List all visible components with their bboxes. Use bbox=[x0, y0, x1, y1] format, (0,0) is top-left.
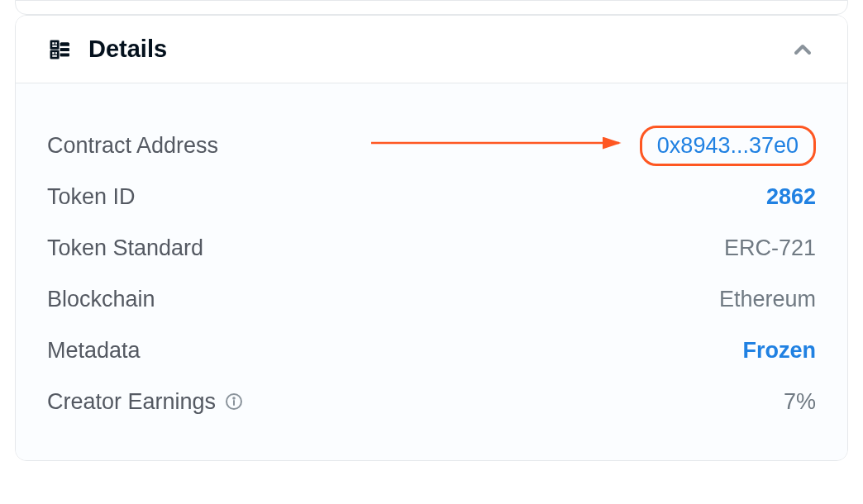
highlight-contract-address: 0x8943...37e0 bbox=[640, 126, 816, 166]
partial-card-above bbox=[15, 0, 848, 15]
details-icon bbox=[47, 37, 72, 62]
header-left: Details bbox=[47, 36, 167, 63]
details-card: Details Contract Address 0x bbox=[15, 15, 848, 461]
row-creator-earnings: Creator Earnings 7% bbox=[47, 376, 816, 427]
details-header[interactable]: Details bbox=[16, 16, 847, 83]
label-creator-earnings-text: Creator Earnings bbox=[47, 389, 216, 415]
details-title: Details bbox=[88, 36, 167, 63]
svg-rect-2 bbox=[50, 40, 60, 49]
info-icon[interactable] bbox=[224, 392, 244, 411]
value-contract-address[interactable]: 0x8943...37e0 bbox=[657, 133, 799, 158]
value-creator-earnings: 7% bbox=[784, 389, 816, 415]
row-token-id: Token ID 2862 bbox=[47, 171, 816, 222]
svg-rect-12 bbox=[60, 54, 69, 56]
label-contract-address: Contract Address bbox=[47, 133, 218, 159]
details-body: Contract Address 0x8943...37e0 Token ID … bbox=[16, 83, 847, 460]
label-metadata: Metadata bbox=[47, 338, 141, 364]
svg-rect-8 bbox=[55, 52, 57, 55]
row-blockchain: Blockchain Ethereum bbox=[47, 273, 816, 325]
svg-rect-7 bbox=[52, 52, 55, 55]
svg-rect-9 bbox=[52, 55, 57, 56]
value-token-id[interactable]: 2862 bbox=[766, 184, 816, 210]
svg-rect-11 bbox=[60, 48, 69, 50]
svg-rect-6 bbox=[52, 45, 57, 47]
label-creator-earnings: Creator Earnings bbox=[47, 389, 244, 415]
row-contract-address: Contract Address 0x8943...37e0 bbox=[47, 120, 816, 171]
svg-rect-10 bbox=[60, 42, 69, 45]
value-token-standard: ERC-721 bbox=[724, 235, 816, 261]
svg-rect-5 bbox=[55, 42, 57, 45]
svg-rect-3 bbox=[50, 50, 60, 59]
value-blockchain: Ethereum bbox=[719, 287, 816, 312]
value-metadata[interactable]: Frozen bbox=[742, 338, 816, 364]
chevron-up-icon[interactable] bbox=[789, 36, 816, 63]
row-metadata: Metadata Frozen bbox=[47, 325, 816, 376]
svg-point-17 bbox=[233, 397, 235, 399]
svg-rect-4 bbox=[52, 42, 55, 45]
label-blockchain: Blockchain bbox=[47, 287, 155, 312]
row-token-standard: Token Standard ERC-721 bbox=[47, 222, 816, 273]
label-token-standard: Token Standard bbox=[47, 235, 203, 261]
label-token-id: Token ID bbox=[47, 184, 136, 210]
